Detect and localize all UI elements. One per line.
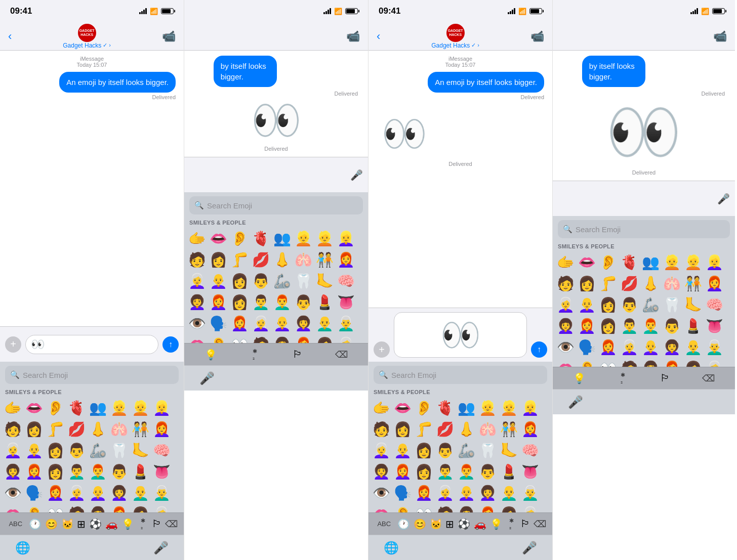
emoji-cell[interactable]: 👁️ — [371, 482, 392, 503]
emoji-cell[interactable]: 🧑 — [250, 334, 271, 343]
emoji-cell[interactable]: 🦾 — [456, 440, 477, 461]
car-emoji-2[interactable]: 🚗 — [474, 518, 486, 530]
emoji-cell[interactable]: 👩 — [314, 334, 335, 343]
emoji-cell[interactable]: 👩 — [392, 418, 413, 440]
emoji-cell[interactable]: 👨‍🦲 — [498, 482, 519, 503]
emoji-cell[interactable]: 🧑 — [2, 418, 23, 440]
emoji-cell[interactable]: 🦷 — [108, 440, 130, 461]
emoji-cell[interactable]: 👄 — [23, 397, 45, 418]
send-button-2[interactable]: ↑ — [531, 341, 547, 358]
emoji-cell[interactable]: 👁️ — [555, 336, 576, 358]
emoji-cell[interactable]: 👄 — [2, 503, 23, 512]
emoji-cell[interactable]: 👩‍🦲 — [23, 440, 45, 461]
emoji-cell[interactable]: 👀 — [413, 503, 434, 512]
emoji-cell[interactable]: 👩‍🦲 — [576, 294, 597, 315]
emoji-cell[interactable]: 🧑 — [555, 273, 576, 294]
emoji-cell[interactable]: 👩 — [229, 270, 250, 291]
emoji-cell[interactable]: 👂 — [597, 251, 619, 273]
emoji-cell[interactable]: 👨 — [66, 440, 87, 461]
emoji-cell[interactable]: 👩‍🦲 — [271, 313, 293, 334]
emoji-cell[interactable]: 👨‍🦰 — [87, 461, 108, 482]
emoji-cell[interactable]: 👩‍🦳 — [434, 482, 456, 503]
emoji-cell[interactable]: 👩‍🦲 — [640, 336, 661, 358]
emoji-cell[interactable]: 👩‍🦱 — [186, 291, 208, 313]
delete-button-1[interactable]: ⌫ — [165, 519, 178, 530]
emoji-cell[interactable]: 🧑 — [186, 249, 208, 270]
emoji-cell[interactable]: 👨‍🦲 — [314, 313, 335, 334]
video-button-1[interactable]: 📹 — [162, 30, 176, 43]
emoji-cell[interactable]: 👩‍🦱 — [293, 313, 314, 334]
emoji-cell[interactable]: 👩 — [45, 461, 66, 482]
emoji-cell[interactable]: 🫀 — [66, 397, 87, 418]
emoji-cell[interactable]: 👩‍🦱 — [271, 334, 293, 343]
emoji-cell[interactable]: 👱‍♀️ — [519, 397, 541, 418]
symbols-1r[interactable]: ✱₂ — [250, 346, 260, 363]
emoji-cell[interactable]: 👱 — [661, 251, 682, 273]
emoji-cell[interactable]: 👥 — [87, 397, 108, 418]
emoji-cell[interactable]: 👂 — [392, 503, 413, 512]
emoji-cell[interactable]: 👩‍🦳 — [186, 270, 208, 291]
emoji-cell[interactable]: 🫀 — [434, 397, 456, 418]
emoji-cell[interactable]: 👨 — [619, 294, 640, 315]
emoji-cell[interactable]: 🧑‍🤝‍🧑 — [130, 418, 151, 440]
emoji-cell[interactable]: 👄 — [371, 503, 392, 512]
emoji-cell[interactable]: 👄 — [186, 334, 208, 343]
emoji-cell[interactable]: 👂 — [229, 228, 250, 249]
flag-emoji-2[interactable]: 🏳 — [520, 518, 530, 530]
emoji-cell[interactable]: 🦶 — [314, 270, 335, 291]
emoji-cell[interactable]: 👩‍🦳 — [371, 440, 392, 461]
emoji-cell[interactable]: 👩‍🦰 — [23, 461, 45, 482]
emoji-cell[interactable]: 👩‍🦰 — [151, 418, 172, 440]
symbols-2[interactable]: ✱₂ — [506, 515, 517, 533]
emoji-cell[interactable]: 👩 — [229, 291, 250, 313]
emoji-cell[interactable]: 🫀 — [250, 228, 271, 249]
emoji-cell[interactable]: 👂 — [576, 358, 597, 367]
globe-button-2[interactable]: 🌐 — [384, 541, 399, 555]
emoji-cell[interactable]: 👅 — [519, 461, 541, 482]
emoji-cell[interactable]: 👂 — [413, 397, 434, 418]
ball-emoji-1[interactable]: ⚽ — [89, 518, 102, 530]
emoji-cell[interactable]: 🦶 — [682, 294, 704, 315]
mic-bottom-2r[interactable]: 🎤 — [568, 395, 583, 409]
emoji-cell[interactable]: 👩‍🦰 — [597, 336, 619, 358]
emoji-cell[interactable]: 🗣️ — [576, 336, 597, 358]
emoji-cell[interactable]: 💋 — [250, 249, 271, 270]
emoji-cell[interactable]: 🧑‍🤝‍🧑 — [498, 418, 519, 440]
emoji-cell[interactable]: 👩‍🦰 — [208, 291, 229, 313]
emoji-cell[interactable]: 👅 — [704, 315, 725, 336]
emoji-cell[interactable]: 🧑‍🤝‍🧑 — [314, 249, 335, 270]
smiley-emoji-1[interactable]: 😊 — [45, 518, 58, 530]
input-box-1[interactable]: 👀 — [25, 335, 158, 354]
emoji-cell[interactable]: 👨 — [293, 291, 314, 313]
emoji-cell[interactable]: 👩‍🦰 — [108, 503, 130, 512]
emoji-cell[interactable]: 🦵 — [597, 273, 619, 294]
emoji-cell[interactable]: 👱‍♀️ — [335, 228, 356, 249]
emoji-cell[interactable]: 👩‍🦱 — [640, 358, 661, 367]
symbols-1[interactable]: ✱₂ — [138, 515, 148, 533]
emoji-cell[interactable]: 🦵 — [45, 418, 66, 440]
bulb-2r[interactable]: 💡 — [573, 372, 586, 384]
emoji-cell[interactable]: 👨‍🦳 — [704, 336, 725, 358]
emoji-cell[interactable]: 👨‍🦳 — [151, 482, 172, 503]
emoji-cell[interactable]: 🧑 — [371, 418, 392, 440]
emoji-cell[interactable]: 👩‍🦰 — [45, 482, 66, 503]
emoji-cell[interactable]: 👩‍🦳 — [704, 358, 725, 367]
grid-emoji-2[interactable]: ⊞ — [445, 518, 454, 530]
emoji-cell[interactable]: 🦷 — [477, 440, 498, 461]
plus-button-1[interactable]: + — [5, 336, 21, 353]
emoji-cell[interactable]: 👂 — [208, 334, 229, 343]
emoji-cell[interactable]: 👩‍🦰 — [661, 358, 682, 367]
emoji-cell[interactable]: 🫁 — [477, 418, 498, 440]
emoji-cell[interactable]: 👩 — [23, 418, 45, 440]
emoji-cell[interactable]: 👩‍🦲 — [208, 270, 229, 291]
emoji-cell[interactable]: 💄 — [498, 461, 519, 482]
emoji-cell[interactable]: 🦶 — [130, 440, 151, 461]
car-emoji-1[interactable]: 🚗 — [105, 518, 118, 530]
emoji-cell[interactable]: 👥 — [640, 251, 661, 273]
emoji-cell[interactable]: 👨‍🦲 — [130, 482, 151, 503]
emoji-cell[interactable]: 👱 — [477, 397, 498, 418]
mic-button-2[interactable]: 🎤 — [522, 541, 537, 555]
emoji-cell[interactable]: 👩‍🦱 — [108, 482, 130, 503]
emoji-cell[interactable]: 👩 — [682, 358, 704, 367]
cat-emoji-1[interactable]: 🐱 — [61, 518, 74, 530]
